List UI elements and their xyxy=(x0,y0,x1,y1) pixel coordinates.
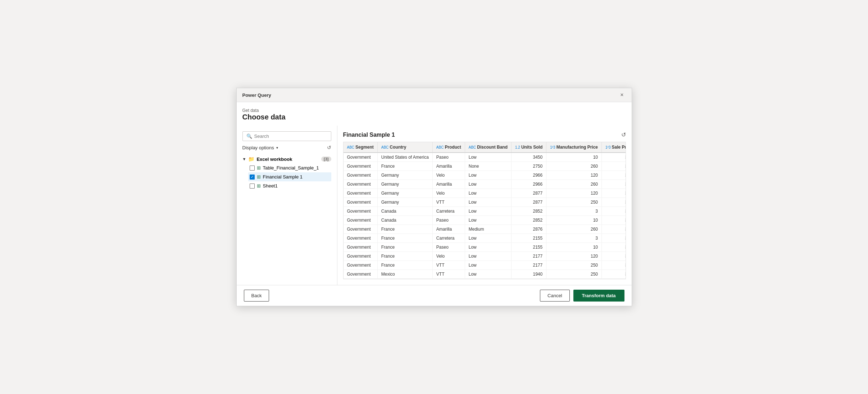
table-cell: Germany xyxy=(377,171,432,180)
table-cell: 1940 xyxy=(511,270,546,279)
table-cell: 350 xyxy=(602,162,626,171)
table-row: GovernmentUnited States of AmericaPaseoL… xyxy=(344,153,626,162)
back-button[interactable]: Back xyxy=(244,290,269,302)
cancel-button[interactable]: Cancel xyxy=(540,290,569,302)
table-cell: Medium xyxy=(465,225,511,234)
display-options-label: Display options xyxy=(242,145,274,150)
table-cell: 2877 xyxy=(511,198,546,207)
display-options-button[interactable]: Display options ▾ xyxy=(242,145,278,150)
search-input[interactable] xyxy=(254,133,327,139)
table-cell: Government xyxy=(344,189,378,198)
table-cell: 350 xyxy=(602,261,626,270)
checkbox-sheet1[interactable] xyxy=(250,184,255,189)
table-row: GovernmentFranceAmarillaMedium2876260350… xyxy=(344,225,626,234)
table-cell: Low xyxy=(465,198,511,207)
table-cell: Low xyxy=(465,207,511,216)
table-row: GovernmentGermanyAmarillaLow296626035010… xyxy=(344,180,626,189)
table-cell: 350 xyxy=(602,180,626,189)
sidebar-refresh-button[interactable]: ↺ xyxy=(327,145,331,150)
table-cell: 2177 xyxy=(511,252,546,261)
title-bar: Power Query × xyxy=(237,88,632,102)
table-cell: 260 xyxy=(546,162,602,171)
table-cell: Mexico xyxy=(377,270,432,279)
preview-title: Financial Sample 1 xyxy=(343,132,395,138)
table-cell: Germany xyxy=(377,180,432,189)
table-icon-2: ⊞ xyxy=(257,174,261,180)
table-row: GovernmentCanadaPaseoLow2852103509982001… xyxy=(344,216,626,225)
preview-area: Financial Sample 1 ↺ ABCSegment ABCCount… xyxy=(337,126,632,285)
table-cell: Paseo xyxy=(432,153,465,162)
dialog-title: Power Query xyxy=(242,92,271,98)
table-cell: 120 xyxy=(546,189,602,198)
expand-icon: ▼ xyxy=(242,157,246,161)
table-cell: Germany xyxy=(377,198,432,207)
table-cell: Low xyxy=(465,153,511,162)
tree-item-label-sheet1: Sheet1 xyxy=(263,183,278,189)
table-cell: Paseo xyxy=(432,243,465,252)
data-table: ABCSegment ABCCountry ABCProduct ABCDisc… xyxy=(344,142,626,279)
table-cell: Canada xyxy=(377,207,432,216)
col-units-sold: 1.2Units Sold xyxy=(511,142,546,153)
table-cell: Low xyxy=(465,216,511,225)
table-cell: Government xyxy=(344,207,378,216)
table-cell: 2876 xyxy=(511,225,546,234)
table-cell: Low xyxy=(465,252,511,261)
table-cell: 2966 xyxy=(511,180,546,189)
page-header: Get data Choose data xyxy=(237,102,632,126)
tree-item-label-table1: Table_Financial_Sample_1 xyxy=(263,165,319,171)
transform-data-button[interactable]: Transform data xyxy=(573,290,624,302)
table-cell: France xyxy=(377,252,432,261)
table-row: GovernmentMexicoVTTLow194025035067900013… xyxy=(344,270,626,279)
table-cell: 2877 xyxy=(511,189,546,198)
sidebar: 🔍 Display options ▾ ↺ ▼ 📁 Excel workbook… xyxy=(237,126,337,285)
tree-children: ⊞ Table_Financial_Sample_1 ⊞ Financial S… xyxy=(248,163,331,190)
table-cell: None xyxy=(465,162,511,171)
table-cell: United States of America xyxy=(377,153,432,162)
power-query-dialog: Power Query × Get data Choose data 🔍 Dis… xyxy=(236,88,632,306)
table-cell: Low xyxy=(465,189,511,198)
table-cell: 350 xyxy=(602,243,626,252)
tree-item-label-financial1: Financial Sample 1 xyxy=(263,174,303,180)
table-cell: 2750 xyxy=(511,162,546,171)
chevron-down-icon: ▾ xyxy=(276,146,278,150)
preview-refresh-button[interactable]: ↺ xyxy=(621,131,626,138)
table-cell: Low xyxy=(465,234,511,243)
preview-header: Financial Sample 1 ↺ xyxy=(343,131,626,138)
table-cell: Velo xyxy=(432,189,465,198)
table-cell: Low xyxy=(465,243,511,252)
close-button[interactable]: × xyxy=(618,91,626,99)
table-cell: 2155 xyxy=(511,243,546,252)
checkbox-table1[interactable] xyxy=(250,166,255,171)
table-cell: Government xyxy=(344,225,378,234)
table-wrapper[interactable]: ABCSegment ABCCountry ABCProduct ABCDisc… xyxy=(343,142,626,279)
tree-item-sheet1[interactable]: ⊞ Sheet1 xyxy=(248,181,331,190)
table-cell: 350 xyxy=(602,207,626,216)
table-cell: Government xyxy=(344,171,378,180)
tree-item-table1[interactable]: ⊞ Table_Financial_Sample_1 xyxy=(248,163,331,172)
folder-icon: 📁 xyxy=(248,156,254,162)
table-cell: Low xyxy=(465,171,511,180)
table-row: GovernmentGermanyVeloLow2877120350100695… xyxy=(344,189,626,198)
table-cell: France xyxy=(377,243,432,252)
tree-parent-badge: [3] xyxy=(321,157,331,162)
table-cell: 3450 xyxy=(511,153,546,162)
table-cell: 350 xyxy=(602,270,626,279)
table-cell: 350 xyxy=(602,252,626,261)
col-country: ABCCountry xyxy=(377,142,432,153)
table-cell: 120 xyxy=(546,171,602,180)
table-cell: Carretera xyxy=(432,207,465,216)
col-segment: ABCSegment xyxy=(344,142,378,153)
table-cell: Amarilla xyxy=(432,180,465,189)
search-box[interactable]: 🔍 xyxy=(242,131,331,141)
table-cell: 350 xyxy=(602,171,626,180)
tree-parent-item[interactable]: ▼ 📁 Excel workbook [3] xyxy=(242,155,331,163)
table-cell: Velo xyxy=(432,171,465,180)
table-cell: 2852 xyxy=(511,216,546,225)
checkbox-financial1[interactable] xyxy=(250,175,255,180)
display-options-row: Display options ▾ ↺ xyxy=(242,145,331,150)
tree-item-financial1[interactable]: ⊞ Financial Sample 1 xyxy=(248,172,331,181)
col-manufacturing-price: 1²3Manufacturing Price xyxy=(546,142,602,153)
table-cell: Government xyxy=(344,180,378,189)
table-header-row: ABCSegment ABCCountry ABCProduct ABCDisc… xyxy=(344,142,626,153)
table-cell: 2966 xyxy=(511,171,546,180)
